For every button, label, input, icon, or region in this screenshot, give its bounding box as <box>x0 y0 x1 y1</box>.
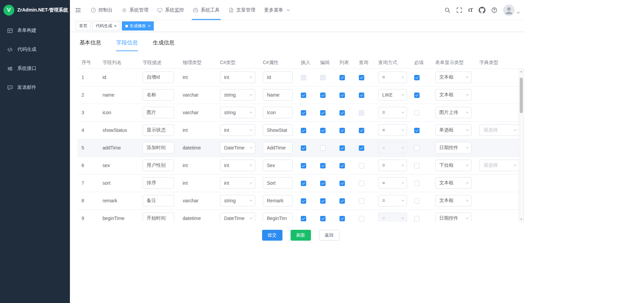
display-type-select[interactable]: 文本框 <box>435 72 472 83</box>
field-desc-input[interactable]: 备注 <box>143 195 174 206</box>
tab-item[interactable]: 基本信息 <box>79 39 101 51</box>
cs-prop-input[interactable]: AddTime <box>263 142 293 154</box>
edit-checkbox[interactable] <box>320 93 326 98</box>
insert-checkbox[interactable] <box>301 145 306 151</box>
tab-item[interactable]: 生成信息 <box>153 39 174 51</box>
cs-type-select[interactable]: string <box>220 195 255 206</box>
query-mode-select[interactable]: = <box>378 213 407 222</box>
list-checkbox[interactable] <box>339 128 345 133</box>
query-checkbox[interactable] <box>359 110 364 116</box>
insert-checkbox[interactable] <box>301 181 306 186</box>
tag-item[interactable]: 首页 <box>76 21 91 31</box>
edit-checkbox[interactable] <box>320 216 326 221</box>
topnav-item[interactable]: 更多菜单 <box>260 0 295 20</box>
display-type-select[interactable]: 日期控件 <box>435 142 472 154</box>
close-icon[interactable]: × <box>148 24 151 28</box>
list-checkbox[interactable] <box>339 216 345 221</box>
sidebar-collapse-icon[interactable] <box>75 7 81 14</box>
insert-checkbox[interactable] <box>301 198 306 204</box>
edit-checkbox[interactable] <box>320 75 326 80</box>
cs-type-select[interactable]: string <box>220 89 255 101</box>
github-icon[interactable] <box>479 7 485 14</box>
footer-button[interactable]: 刷新 <box>291 230 311 241</box>
edit-checkbox[interactable] <box>320 110 326 116</box>
field-desc-input[interactable]: 开始时间 <box>143 213 174 222</box>
sidebar-item[interactable]: 表单构建 <box>0 21 70 40</box>
required-checkbox[interactable] <box>414 128 420 133</box>
insert-checkbox[interactable] <box>301 93 306 98</box>
search-icon[interactable] <box>444 7 450 13</box>
field-desc-input[interactable]: 名称 <box>143 89 174 101</box>
sidebar-item[interactable]: 代码生成 <box>0 40 70 59</box>
list-checkbox[interactable] <box>339 181 345 186</box>
tag-item[interactable]: 代码生成 × <box>92 21 120 31</box>
sidebar-item[interactable]: 系统接口 <box>0 59 70 78</box>
required-checkbox[interactable] <box>414 198 420 204</box>
required-checkbox[interactable] <box>414 181 420 186</box>
query-mode-select[interactable]: = <box>378 177 407 189</box>
required-checkbox[interactable] <box>414 75 420 80</box>
topnav-item[interactable]: 控制台 <box>86 0 117 20</box>
display-type-select[interactable]: 文本框 <box>435 195 472 206</box>
query-mode-select[interactable]: = <box>378 72 407 83</box>
required-checkbox[interactable] <box>414 110 420 116</box>
query-mode-select[interactable]: = <box>378 195 407 206</box>
query-checkbox[interactable] <box>359 181 364 186</box>
cs-prop-input[interactable]: Id <box>263 72 293 83</box>
list-checkbox[interactable] <box>339 110 345 116</box>
cs-type-select[interactable]: int <box>220 72 255 83</box>
edit-checkbox[interactable] <box>320 181 326 186</box>
field-desc-input[interactable]: 自增id <box>143 72 174 83</box>
cs-prop-input[interactable]: Sort <box>263 177 293 189</box>
query-checkbox[interactable] <box>359 128 364 133</box>
insert-checkbox[interactable] <box>301 163 306 168</box>
field-desc-input[interactable]: 排序 <box>143 177 174 189</box>
footer-button[interactable]: 返回 <box>319 230 339 241</box>
edit-checkbox[interactable] <box>320 198 326 204</box>
footer-button[interactable]: 提交 <box>262 230 282 241</box>
cs-prop-input[interactable]: BeginTim <box>263 213 293 222</box>
display-type-select[interactable]: 文本框 <box>435 89 472 101</box>
list-checkbox[interactable] <box>339 75 345 80</box>
required-checkbox[interactable] <box>414 93 420 98</box>
display-type-select[interactable]: 日期控件 <box>435 213 472 222</box>
cs-type-select[interactable]: DateTime <box>220 142 255 154</box>
dict-type-select[interactable]: 请选择 <box>479 160 519 171</box>
insert-checkbox[interactable] <box>301 75 306 80</box>
field-desc-input[interactable]: 图片 <box>143 107 174 118</box>
query-checkbox[interactable] <box>359 93 364 98</box>
help-icon[interactable] <box>491 7 497 13</box>
insert-checkbox[interactable] <box>301 110 306 116</box>
scroll-down-arrow[interactable]: ▼ <box>519 217 523 221</box>
display-type-select[interactable]: 图片上传 <box>435 107 472 118</box>
query-checkbox[interactable] <box>359 163 364 168</box>
close-icon[interactable]: × <box>114 24 117 28</box>
cs-type-select[interactable]: string <box>220 107 255 118</box>
query-mode-select[interactable]: = <box>378 124 407 136</box>
cs-type-select[interactable]: DateTime <box>220 213 255 222</box>
display-type-select[interactable]: 单选框 <box>435 124 472 136</box>
required-checkbox[interactable] <box>414 163 420 168</box>
required-checkbox[interactable] <box>414 145 420 151</box>
sidebar-item[interactable]: 发送邮件 <box>0 78 70 97</box>
cs-prop-input[interactable]: Icon <box>263 107 293 118</box>
edit-checkbox[interactable] <box>320 163 326 168</box>
cs-prop-input[interactable]: Sex <box>263 160 293 171</box>
query-mode-select[interactable]: = <box>378 142 407 154</box>
app-logo[interactable]: V ZrAdmin.NET-管理系统 <box>0 0 70 20</box>
query-mode-select[interactable]: = <box>378 107 407 118</box>
query-checkbox[interactable] <box>359 75 364 80</box>
query-checkbox[interactable] <box>359 145 364 151</box>
dict-type-select[interactable]: 请选择 <box>479 124 519 136</box>
topnav-item[interactable]: 系统管理 <box>117 0 153 20</box>
list-checkbox[interactable] <box>339 145 345 151</box>
tab-item[interactable]: 字段信息 <box>116 39 138 51</box>
fullscreen-icon[interactable] <box>456 7 462 13</box>
cs-prop-input[interactable]: Name <box>263 89 293 101</box>
edit-checkbox[interactable] <box>320 145 326 151</box>
query-mode-select[interactable]: = <box>378 160 407 171</box>
scroll-up-arrow[interactable]: ▲ <box>519 69 523 74</box>
topnav-item[interactable]: 系统监控 <box>153 0 188 20</box>
edit-checkbox[interactable] <box>320 128 326 133</box>
topnav-item[interactable]: 系统工具 <box>188 0 224 20</box>
